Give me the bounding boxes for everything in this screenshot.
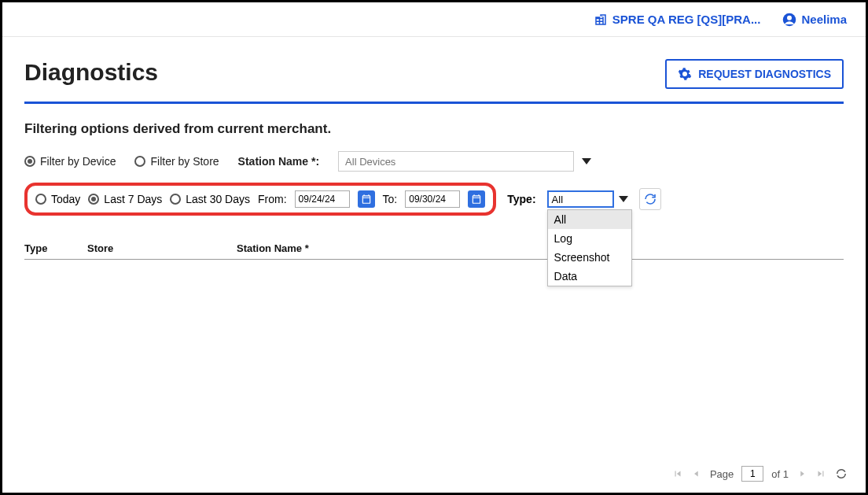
org-label: SPRE QA REG [QS][PRA... xyxy=(612,13,761,26)
radio-mark-icon xyxy=(170,194,181,205)
title-divider xyxy=(24,102,844,104)
table-header-row: Type Store Station Name * xyxy=(24,238,844,260)
type-label: Type: xyxy=(507,193,535,205)
type-select[interactable]: All xyxy=(547,190,614,208)
page-title: Diagnostics xyxy=(24,59,158,86)
to-label: To: xyxy=(383,193,398,205)
refresh-icon xyxy=(643,192,657,206)
station-name-input[interactable] xyxy=(338,151,574,172)
type-option-all[interactable]: All xyxy=(548,210,631,229)
radio-label: Today xyxy=(51,193,80,205)
filter-heading: Filtering options derived from current m… xyxy=(24,121,844,137)
type-option-screenshot[interactable]: Screenshot xyxy=(548,248,631,267)
type-option-log[interactable]: Log xyxy=(548,229,631,248)
radio-label: Filter by Device xyxy=(40,155,116,168)
org-selector[interactable]: SPRE QA REG [QS][PRA... xyxy=(594,13,761,27)
column-header-type[interactable]: Type xyxy=(24,242,87,254)
radio-label: Last 30 Days xyxy=(186,193,250,205)
pager-first-button[interactable] xyxy=(672,468,683,479)
radio-label: Last 7 Days xyxy=(104,193,162,205)
from-date-input[interactable] xyxy=(295,190,350,208)
radio-mark-icon xyxy=(35,194,46,205)
pager-of-label: of 1 xyxy=(771,468,789,480)
pager-next-button[interactable] xyxy=(796,468,807,479)
from-label: From: xyxy=(258,193,287,205)
type-option-data[interactable]: Data xyxy=(548,267,631,286)
refresh-button[interactable] xyxy=(639,188,661,210)
type-dropdown-panel: All Log Screenshot Data xyxy=(547,209,632,286)
type-dropdown-caret[interactable] xyxy=(619,196,628,202)
station-name-label: Station Name *: xyxy=(238,155,319,168)
column-header-store[interactable]: Store xyxy=(87,242,237,254)
user-menu[interactable]: Neelima xyxy=(782,13,847,27)
radio-filter-by-device[interactable]: Filter by Device xyxy=(24,155,116,168)
pager-last-button[interactable] xyxy=(815,468,826,479)
svg-point-1 xyxy=(787,15,792,20)
radio-last-7-days[interactable]: Last 7 Days xyxy=(88,193,162,205)
pager-page-label: Page xyxy=(710,468,734,480)
type-select-value: All xyxy=(552,194,563,205)
radio-mark-icon xyxy=(134,156,145,167)
to-calendar-button[interactable] xyxy=(468,190,485,208)
date-range-highlight: Today Last 7 Days Last 30 Days From: To: xyxy=(24,183,496,216)
request-diagnostics-label: REQUEST DIAGNOSTICS xyxy=(698,68,831,80)
top-bar: SPRE QA REG [QS][PRA... Neelima xyxy=(2,2,866,37)
radio-last-30-days[interactable]: Last 30 Days xyxy=(170,193,250,205)
gear-icon xyxy=(678,67,692,81)
pager-page-input[interactable] xyxy=(741,466,763,482)
calendar-icon xyxy=(361,194,372,205)
column-header-station[interactable]: Station Name * xyxy=(237,242,378,254)
request-diagnostics-button[interactable]: REQUEST DIAGNOSTICS xyxy=(665,59,844,89)
radio-filter-by-store[interactable]: Filter by Store xyxy=(134,155,219,168)
radio-mark-icon xyxy=(24,156,35,167)
radio-mark-icon xyxy=(88,194,99,205)
from-calendar-button[interactable] xyxy=(358,190,375,208)
to-date-input[interactable] xyxy=(405,190,460,208)
user-name: Neelima xyxy=(801,13,847,26)
radio-today[interactable]: Today xyxy=(35,193,80,205)
user-icon xyxy=(782,13,796,27)
pagination-bar: Page of 1 xyxy=(672,466,848,482)
radio-label: Filter by Store xyxy=(150,155,219,168)
pager-prev-button[interactable] xyxy=(691,468,702,479)
building-icon xyxy=(594,13,608,27)
pager-refresh-button[interactable] xyxy=(834,467,848,481)
station-dropdown-caret[interactable] xyxy=(582,158,591,164)
calendar-icon xyxy=(471,194,482,205)
